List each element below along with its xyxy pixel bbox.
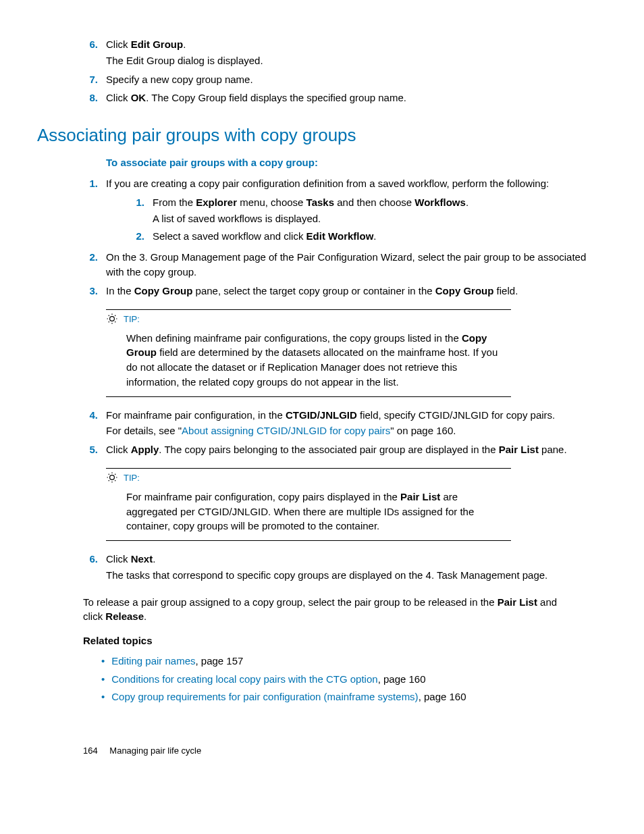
assoc-ordered-list: 1. If you are creating a copy pair confi… — [83, 176, 603, 298]
text: . — [144, 610, 146, 622]
list-text: From the Explorer menu, choose Tasks and… — [153, 195, 603, 226]
list-item: 4. For mainframe pair configuration, in … — [83, 408, 603, 439]
related-item: Editing pair names, page 157 — [101, 654, 603, 669]
tip-label: TIP: — [124, 472, 140, 485]
text: When defining mainframe pair configurati… — [126, 332, 462, 344]
text: and then choose — [334, 197, 414, 208]
text: In the — [106, 285, 134, 296]
tip-body: When defining mainframe pair configurati… — [126, 331, 511, 390]
text: For details, see " — [106, 425, 182, 436]
list-item: 1. If you are creating a copy pair confi… — [83, 176, 603, 246]
related-link[interactable]: Copy group requirements for pair configu… — [111, 691, 418, 702]
tip-block: TIP: For mainframe pair configuration, c… — [106, 468, 511, 541]
bold-text: Pair List — [499, 444, 539, 455]
text: . The Copy Group field displays the spec… — [146, 92, 406, 103]
text: , page 160 — [378, 673, 426, 685]
list-item: 5. Click Apply. The copy pairs belonging… — [83, 442, 603, 457]
related-topics-heading: Related topics — [83, 633, 603, 648]
list-item: 3. In the Copy Group pane, select the ta… — [83, 284, 603, 298]
footer-title: Managing pair life cycle — [109, 746, 201, 756]
list-text: Click Apply. The copy pairs belonging to… — [106, 442, 603, 457]
bold-text: Copy Group — [435, 285, 494, 296]
cross-ref-link[interactable]: About assigning CTGID/JNLGID for copy pa… — [182, 425, 390, 436]
list-number: 6. — [83, 37, 98, 68]
list-number: 7. — [83, 72, 98, 87]
bold-text: Copy Group — [134, 285, 193, 296]
related-link[interactable]: Conditions for creating local copy pairs… — [111, 673, 377, 685]
list-number: 5. — [83, 442, 98, 457]
list-item: 7. Specify a new copy group name. — [83, 72, 603, 87]
text: pane, select the target copy group or co… — [192, 285, 435, 296]
tip-label: TIP: — [124, 313, 140, 326]
text: For mainframe pair configuration, in the — [106, 409, 286, 421]
nested-list: 1. From the Explorer menu, choose Tasks … — [130, 195, 603, 243]
text: , page 160 — [419, 691, 466, 702]
text: . The copy pairs belonging to the associ… — [159, 444, 498, 455]
lightbulb-icon — [106, 471, 118, 486]
text: field are determined by the datasets all… — [126, 346, 498, 388]
text: , page 157 — [196, 655, 244, 667]
text: For mainframe pair configuration, copy p… — [126, 491, 400, 502]
text: Click — [106, 553, 131, 565]
list-item: 1. From the Explorer menu, choose Tasks … — [130, 195, 603, 226]
list-number: 2. — [83, 250, 98, 280]
list-item: 6. Click Edit Group. The Edit Group dial… — [83, 37, 603, 68]
tip-header: TIP: — [106, 313, 511, 327]
list-number: 6. — [83, 552, 98, 583]
assoc-ordered-list-cont: 4. For mainframe pair configuration, in … — [83, 408, 603, 457]
page-footer: 164 Managing pair life cycle — [83, 745, 603, 758]
text: From the — [153, 197, 196, 208]
page-number: 164 — [83, 746, 98, 756]
list-item: 8. Click OK. The Copy Group field displa… — [83, 90, 603, 105]
related-link[interactable]: Editing pair names — [111, 655, 195, 667]
list-text: If you are creating a copy pair configur… — [106, 176, 603, 246]
text: Click — [106, 444, 131, 455]
svg-point-1 — [110, 475, 115, 480]
bold-text: Pair List — [400, 491, 440, 502]
text: Click — [106, 92, 131, 103]
text: field, specify CTGID/JNLGID for copy pai… — [357, 409, 555, 421]
text: . — [466, 197, 468, 208]
bold-text: Next — [131, 553, 153, 565]
list-number: 2. — [130, 229, 144, 244]
bold-text: Edit Group — [131, 38, 184, 50]
list-number: 8. — [83, 90, 98, 105]
bold-text: Explorer — [196, 197, 237, 208]
tip-header: TIP: — [106, 471, 511, 486]
list-text: Specify a new copy group name. — [106, 72, 603, 87]
list-text: Select a saved workflow and click Edit W… — [153, 229, 603, 244]
text: . — [373, 230, 376, 242]
sub-text: For details, see "About assigning CTGID/… — [106, 423, 603, 438]
bold-text: Workflows — [414, 197, 466, 208]
release-paragraph: To release a pair group assigned to a co… — [83, 595, 562, 625]
text: Select a saved workflow and click — [153, 230, 306, 242]
text: menu, choose — [237, 197, 306, 208]
text: . — [153, 553, 155, 565]
text: " on page 160. — [390, 425, 456, 436]
list-text: In the Copy Group pane, select the targe… — [106, 284, 603, 298]
bold-text: Apply — [131, 444, 159, 455]
related-topics-list: Editing pair names, page 157 Conditions … — [101, 654, 603, 704]
list-number: 4. — [83, 408, 98, 439]
assoc-ordered-list-cont2: 6. Click Next. The tasks that correspond… — [83, 552, 603, 583]
tip-block: TIP: When defining mainframe pair config… — [106, 309, 511, 397]
svg-point-0 — [110, 316, 115, 321]
text: pane. — [539, 444, 567, 455]
list-text: On the 3. Group Management page of the P… — [106, 250, 603, 280]
bold-text: CTGID/JNLGID — [286, 409, 357, 421]
related-item: Conditions for creating local copy pairs… — [101, 672, 603, 687]
section-heading: Associating pair groups with copy groups — [37, 123, 603, 149]
text: field. — [493, 285, 518, 296]
text: Click — [106, 38, 131, 50]
tip-body: For mainframe pair configuration, copy p… — [126, 490, 511, 533]
list-item: 6. Click Next. The tasks that correspond… — [83, 552, 603, 583]
bold-text: OK — [131, 92, 146, 103]
list-number: 3. — [83, 284, 98, 298]
list-text: Click OK. The Copy Group field displays … — [106, 90, 603, 105]
list-text: For mainframe pair configuration, in the… — [106, 408, 603, 439]
list-item: 2. On the 3. Group Management page of th… — [83, 250, 603, 280]
list-text: Click Edit Group. The Edit Group dialog … — [106, 37, 603, 68]
list-number: 1. — [83, 176, 98, 246]
sub-text: The tasks that correspond to specific co… — [106, 568, 603, 583]
list-text: Click Next. The tasks that correspond to… — [106, 552, 603, 583]
